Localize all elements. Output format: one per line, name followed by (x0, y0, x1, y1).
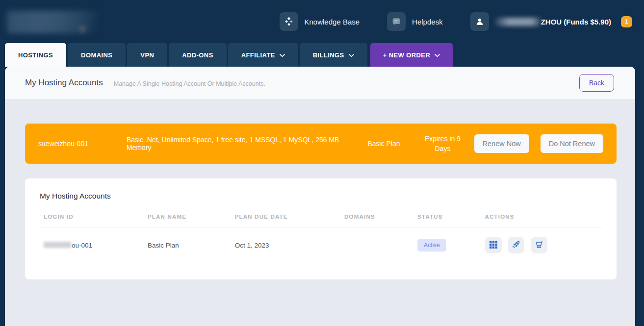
order-button[interactable] (531, 237, 547, 253)
brand-logo[interactable] (7, 11, 98, 33)
main-panel: My Hosting Accounts Manage A Single Host… (5, 67, 635, 326)
manage-account-button[interactable] (485, 237, 502, 253)
cell-status: Active (413, 227, 481, 263)
cart-icon (534, 240, 544, 251)
card-title: My Hosting Accounts (40, 192, 602, 201)
main-tabs: HOSTINGS DOMAINS VPN ADD-ONS AFFILIATE B… (5, 43, 644, 67)
chevron-down-icon (349, 51, 354, 59)
banner-plan-description: Basic .Net, Unlimited Space, 1 free site… (127, 136, 349, 151)
tab-label: AFFILIATE (241, 51, 275, 59)
upgrade-plan-button[interactable] (508, 237, 524, 253)
tab-billings[interactable]: BILLINGS (300, 43, 367, 67)
login-id-blur (44, 242, 71, 248)
chevron-down-icon (280, 51, 285, 59)
apps-grid-icon (489, 240, 498, 251)
user-name: ZHOU (Funds $5.90) (495, 18, 611, 26)
banner-expires-text: Expires in 9 Days (419, 134, 466, 154)
tab-label: HOSTINGS (18, 51, 53, 59)
hosting-accounts-table: LOGIN ID PLAN NAME PLAN DUE DATE DOMAINS… (40, 214, 602, 263)
tab-label: BILLINGS (313, 51, 344, 59)
table-row: ou-001 Basic Plan Oct 1, 2023 Active (40, 227, 602, 263)
logo-dot (80, 28, 84, 30)
chevron-down-icon (435, 51, 440, 59)
tab-label: ADD-ONS (182, 51, 213, 59)
expiry-banner: sueweizhou-001 Basic .Net, Unlimited Spa… (25, 124, 617, 164)
tab-vpn[interactable]: VPN (127, 43, 167, 67)
notification-badge[interactable]: 1 (621, 16, 632, 27)
back-button[interactable]: Back (579, 74, 614, 92)
renew-now-button[interactable]: Renew Now (474, 134, 529, 153)
col-header-domains: DOMAINS (340, 214, 413, 227)
user-name-blur (495, 18, 541, 26)
cell-login-id: ou-001 (40, 227, 144, 263)
user-icon (470, 12, 489, 31)
table-header-row: LOGIN ID PLAN NAME PLAN DUE DATE DOMAINS… (40, 214, 602, 227)
cell-plan-due-date: Oct 1, 2023 (231, 227, 340, 263)
top-bar-right: Knowledge Base Helpdesk (280, 12, 633, 31)
page-header: My Hosting Accounts Manage A Single Host… (5, 67, 635, 99)
tab-domains[interactable]: DOMAINS (68, 43, 126, 67)
knowledge-base-link[interactable]: Knowledge Base (280, 12, 360, 31)
helpdesk-label: Helpdesk (412, 18, 443, 26)
banner-plan-name: Basic Plan (357, 140, 412, 148)
tab-label: DOMAINS (81, 51, 112, 59)
page-title: My Hosting Accounts (25, 78, 103, 88)
tab-label: VPN (140, 51, 154, 59)
page-content: sueweizhou-001 Basic .Net, Unlimited Spa… (5, 99, 635, 279)
user-menu[interactable]: ZHOU (Funds $5.90) (470, 12, 611, 31)
tab-label: + NEW ORDER (383, 51, 431, 59)
col-header-plan-due-date: PLAN DUE DATE (231, 214, 340, 227)
banner-account-name: sueweizhou-001 (38, 140, 119, 148)
tab-add-ons[interactable]: ADD-ONS (169, 43, 226, 67)
rocket-icon (511, 240, 521, 251)
tab-affiliate[interactable]: AFFILIATE (228, 43, 298, 67)
top-bar: Knowledge Base Helpdesk (0, 0, 644, 43)
col-header-actions: ACTIONS (481, 214, 602, 227)
tab-new-order[interactable]: + NEW ORDER (370, 43, 453, 67)
col-header-plan-name: PLAN NAME (144, 214, 231, 227)
helpdesk-link[interactable]: Helpdesk (387, 12, 443, 31)
col-header-status: STATUS (413, 214, 481, 227)
do-not-renew-button[interactable]: Do Not Renew (541, 134, 603, 153)
login-id-visible: ou-001 (72, 242, 92, 249)
col-header-login-id: LOGIN ID (40, 214, 144, 227)
user-name-visible: ZHOU (Funds $5.90) (541, 18, 611, 26)
hosting-accounts-card: My Hosting Accounts LOGIN ID PLAN NAME P… (25, 178, 617, 279)
cell-actions (481, 227, 602, 263)
status-badge: Active (417, 239, 446, 251)
page-subtitle: Manage A Single Hosting Account Or Multi… (114, 79, 265, 87)
helpdesk-icon (387, 12, 406, 31)
knowledge-base-label: Knowledge Base (305, 18, 360, 26)
knowledge-base-icon (280, 12, 298, 31)
cell-plan-name: Basic Plan (144, 227, 231, 263)
cell-domains (340, 227, 413, 263)
tab-hostings[interactable]: HOSTINGS (5, 43, 66, 67)
